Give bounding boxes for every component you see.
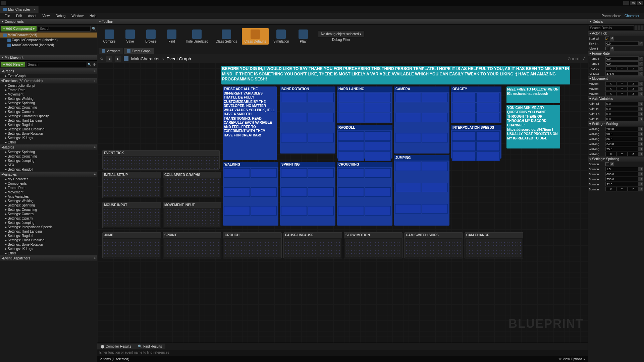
- comment-box[interactable]: JUMP: [102, 232, 161, 258]
- window-close-button[interactable]: ✕: [637, 1, 643, 5]
- blueprint-item[interactable]: ▸Settings: Hard Landing: [0, 229, 97, 234]
- toolbar-browse-button[interactable]: Browse: [142, 28, 160, 45]
- number-input[interactable]: 0.0: [605, 117, 639, 121]
- checkbox[interactable]: [605, 162, 609, 166]
- blueprint-item[interactable]: ▸Settings: Bone Rotation: [0, 131, 97, 136]
- reset-icon[interactable]: ↺: [639, 87, 643, 91]
- comment-box[interactable]: CAMERA: [394, 86, 449, 154]
- find-input[interactable]: Enter function or event name to find ref…: [97, 350, 588, 356]
- number-input[interactable]: 36.0: [605, 137, 639, 141]
- add-icon[interactable]: +: [94, 256, 96, 260]
- gear-icon[interactable]: ⚙: [93, 63, 96, 66]
- filter-icon[interactable]: [641, 25, 643, 30]
- reset-icon[interactable]: ↺: [639, 142, 643, 146]
- view-options-button[interactable]: 👁 View Options ▾: [558, 357, 585, 361]
- comment-box[interactable]: SLOW MOTION: [344, 232, 402, 258]
- details-section-header[interactable]: ▾Actor Tick: [588, 31, 644, 36]
- reset-icon[interactable]: ↺: [639, 42, 643, 46]
- blueprint-item[interactable]: ▸Frame Rate: [0, 186, 97, 190]
- number-input[interactable]: 375.0: [605, 71, 639, 76]
- toolbar-save-button[interactable]: Save: [121, 28, 140, 45]
- myblueprint-panel-header[interactable]: ▾ My Blueprint: [0, 55, 97, 61]
- debug-object-selector[interactable]: No debug object selected ▾: [318, 31, 365, 37]
- comment-box[interactable]: CAM SWITCH SIDES: [404, 232, 463, 258]
- component-item[interactable]: MainCharacter(self): [0, 33, 97, 38]
- details-panel-header[interactable]: ▾ Details: [588, 19, 644, 25]
- reset-icon[interactable]: ↺: [639, 172, 643, 176]
- toolbar-compile-button[interactable]: Compile: [100, 28, 119, 45]
- blueprint-item[interactable]: ▸Axis Variables: [0, 194, 97, 199]
- number-input[interactable]: 350.0: [605, 177, 639, 181]
- vector-input[interactable]: XYZ: [605, 66, 639, 71]
- number-input[interactable]: 0.0: [605, 102, 639, 106]
- reset-icon[interactable]: ↺: [610, 162, 614, 166]
- window-maximize-button[interactable]: ▭: [630, 1, 636, 5]
- matrix-icon[interactable]: [638, 25, 640, 30]
- vector-input[interactable]: XYZ: [605, 92, 639, 96]
- menu-edit[interactable]: Edit: [13, 13, 24, 18]
- breadcrumb-root[interactable]: MainCharacter: [131, 56, 160, 61]
- document-tab-maincharacter[interactable]: MainCharacter ×: [0, 6, 39, 13]
- add-icon[interactable]: +: [94, 79, 96, 83]
- comment-box[interactable]: CAM CHANGE: [465, 232, 523, 258]
- reset-icon[interactable]: ↺: [639, 92, 643, 96]
- nav-back-button[interactable]: ◄: [106, 56, 112, 62]
- comment-box[interactable]: BONE ROTATION: [280, 86, 335, 154]
- blueprint-item[interactable]: ▸Settings: Ragdoll: [0, 167, 97, 172]
- components-panel-header[interactable]: ▾ Components: [0, 19, 97, 25]
- number-input[interactable]: 0.0: [605, 61, 639, 66]
- add-icon[interactable]: +: [94, 69, 96, 73]
- number-input[interactable]: 22.0: [605, 182, 639, 186]
- details-section-header[interactable]: ▾Frame Rate: [588, 51, 644, 56]
- blueprint-item[interactable]: ▸My Character: [0, 177, 97, 181]
- component-item[interactable]: ArrowComponent (Inherited): [0, 43, 97, 48]
- reset-icon[interactable]: ↺: [639, 67, 643, 71]
- checkbox[interactable]: [605, 37, 609, 40]
- number-input[interactable]: 340.0: [605, 142, 639, 146]
- add-icon[interactable]: +: [94, 145, 96, 149]
- blueprint-item[interactable]: ▸ConstructionScript: [0, 83, 97, 88]
- blueprint-item[interactable]: ▸Settings: Walking: [0, 199, 97, 203]
- blueprint-item[interactable]: ▸Settings: Crouching: [0, 105, 97, 110]
- vector-input[interactable]: XYZ: [605, 152, 639, 156]
- comment-box[interactable]: OPACITY: [451, 86, 501, 123]
- blueprint-item[interactable]: ▸EventGraph: [0, 74, 97, 78]
- comment-box[interactable]: THESE ARE ALL THE DIFFERENT VARIABLES TH…: [223, 86, 277, 160]
- parent-class-link[interactable]: Character: [625, 14, 639, 18]
- blueprint-item[interactable]: ▸Settings: IK Legs: [0, 136, 97, 140]
- comment-box[interactable]: BEFORE YOU DIG IN, I WOULD LIKE TO SAY T…: [221, 66, 570, 84]
- number-input[interactable]: 200.0: [605, 127, 639, 131]
- blueprint-item[interactable]: ▸Components: [0, 181, 97, 186]
- details-section-header[interactable]: ▾Settings: Sprinting: [588, 157, 644, 162]
- close-tab-icon[interactable]: ×: [34, 8, 36, 11]
- category-header[interactable]: ▾Graphs+: [0, 68, 97, 74]
- menu-help[interactable]: Help: [87, 13, 99, 18]
- reset-icon[interactable]: ↺: [639, 57, 643, 61]
- blueprint-item[interactable]: ▸Settings: Glass Breaking: [0, 127, 97, 131]
- comment-box[interactable]: YOU CAN ASK ME ANY QUESTIONS YOU WANT TH…: [506, 105, 560, 148]
- add-icon[interactable]: +: [94, 173, 96, 176]
- number-input[interactable]: 1.5: [605, 167, 639, 171]
- reset-icon[interactable]: ↺: [639, 177, 643, 181]
- reset-icon[interactable]: ↺: [639, 107, 643, 111]
- blueprint-item[interactable]: ▸Settings: Jumping: [0, 221, 97, 225]
- blueprint-item[interactable]: ▸Movement: [0, 190, 97, 194]
- reset-icon[interactable]: ↺: [639, 147, 643, 151]
- reset-icon[interactable]: ↺: [639, 127, 643, 131]
- comment-box[interactable]: HARD LANDING: [337, 86, 392, 123]
- reset-icon[interactable]: ↺: [639, 152, 643, 156]
- comment-box[interactable]: COLLAPSED GRAPHS: [163, 172, 221, 198]
- components-search-input[interactable]: [38, 26, 91, 32]
- window-minimize-button[interactable]: −: [623, 1, 629, 5]
- reset-icon[interactable]: ↺: [639, 102, 643, 106]
- blueprint-item[interactable]: ▸Settings: Ragdoll: [0, 234, 97, 238]
- reset-icon[interactable]: ↺: [639, 167, 643, 171]
- reset-icon[interactable]: ↺: [639, 117, 643, 121]
- category-header[interactable]: ▾Variables+: [0, 172, 97, 177]
- reset-icon[interactable]: ↺: [639, 132, 643, 136]
- details-search-input[interactable]: [589, 25, 634, 30]
- reset-icon[interactable]: ↺: [639, 62, 643, 66]
- graph-canvas[interactable]: BLUEPRINT BEFORE YOU DIG IN, I WOULD LIK…: [97, 63, 588, 343]
- toolbar-class-settings-button[interactable]: Class Settings: [213, 28, 240, 45]
- reset-icon[interactable]: ↺: [639, 182, 643, 186]
